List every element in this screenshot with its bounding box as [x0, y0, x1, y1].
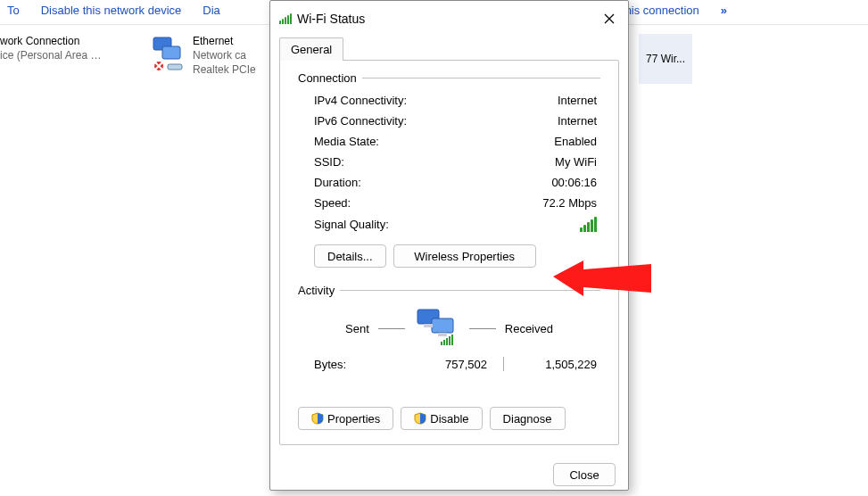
signal-bars-icon: [580, 217, 597, 232]
close-dialog-button[interactable]: Close: [553, 463, 616, 486]
value: 72.2 Mbps: [542, 196, 597, 210]
row-speed: Speed: 72.2 Mbps: [298, 193, 600, 213]
svg-rect-11: [438, 333, 447, 336]
svg-rect-1: [162, 46, 180, 59]
button-label: Properties: [327, 412, 380, 426]
label: Media State:: [314, 135, 379, 148]
row-ipv6: IPv6 Connectivity: Internet: [298, 111, 600, 131]
svg-rect-15: [449, 336, 451, 345]
section-header-activity: Activity: [298, 284, 600, 297]
adapter-wifi-selected[interactable]: 77 Wir...: [639, 34, 692, 84]
divider: [378, 328, 405, 329]
wireless-properties-button[interactable]: Wireless Properties: [393, 244, 536, 268]
diagnose-button[interactable]: Diagnose: [490, 407, 566, 430]
adapter-title: work Connection: [0, 34, 101, 48]
tab-general[interactable]: General: [279, 37, 343, 61]
section-label: Activity: [298, 284, 335, 297]
label: IPv4 Connectivity:: [314, 94, 407, 107]
shield-icon: [311, 412, 324, 425]
label: Duration:: [314, 176, 361, 189]
adapter-sub2: ice (Personal Area …: [0, 48, 101, 62]
dialog-footer: Close: [270, 454, 628, 496]
adapter-bluetooth[interactable]: work Connection ice (Personal Area …: [0, 34, 134, 87]
toolbar-more-icon[interactable]: »: [721, 4, 727, 17]
svg-rect-5: [168, 64, 182, 70]
adapter-sub: Network ca: [193, 48, 256, 62]
shield-icon: [414, 412, 426, 425]
activity-diagram: Sent Received: [298, 302, 600, 353]
label: Speed:: [314, 196, 351, 210]
details-button[interactable]: Details...: [314, 244, 386, 268]
value: My WiFi: [555, 155, 597, 169]
toolbar-item[interactable]: To: [7, 4, 20, 17]
close-icon: [604, 13, 615, 24]
adapter-title: Ethernet: [193, 34, 256, 48]
svg-rect-16: [451, 335, 453, 345]
adapter-sub: 77 Wir...: [646, 53, 685, 65]
divider: [340, 290, 600, 291]
button-label: Disable: [430, 412, 468, 426]
titlebar: Wi-Fi Status: [270, 1, 628, 37]
label: Signal Quality:: [314, 218, 389, 231]
network-adapter-icon: [150, 34, 187, 74]
close-button[interactable]: [594, 8, 624, 29]
row-duration: Duration: 00:06:16: [298, 172, 600, 193]
dialog-title: Wi-Fi Status: [297, 12, 365, 26]
row-bytes: Bytes: 757,502 1,505,229: [298, 353, 600, 371]
wifi-status-dialog: Wi-Fi Status General Connection IPv4 Con…: [269, 0, 629, 491]
label: SSID:: [314, 155, 344, 169]
label: IPv6 Connectivity:: [314, 114, 407, 128]
divider: [503, 357, 504, 371]
bytes-label: Bytes:: [314, 358, 346, 371]
svg-rect-13: [443, 340, 445, 345]
bytes-received-value: 1,505,229: [520, 358, 597, 371]
disable-button[interactable]: Disable: [401, 407, 482, 430]
value: Internet: [558, 94, 597, 107]
divider: [469, 328, 496, 329]
sent-label: Sent: [345, 322, 369, 335]
tabstrip: General: [270, 37, 628, 60]
activity-computers-icon: [414, 308, 460, 350]
value: Internet: [558, 114, 597, 128]
row-media-state: Media State: Enabled: [298, 131, 600, 152]
toolbar-item-disable[interactable]: Disable this network device: [41, 4, 182, 17]
value: Enabled: [554, 135, 597, 148]
toolbar-item-diagnose[interactable]: Dia: [203, 4, 220, 17]
svg-rect-14: [446, 338, 448, 345]
wifi-signal-icon: [279, 13, 292, 24]
svg-rect-10: [424, 324, 433, 327]
section-label: Connection: [298, 71, 357, 85]
svg-rect-9: [432, 318, 453, 333]
row-ipv4: IPv4 Connectivity: Internet: [298, 90, 600, 111]
properties-button[interactable]: Properties: [298, 407, 393, 430]
bytes-sent-value: 757,502: [410, 358, 487, 371]
received-label: Received: [505, 322, 553, 335]
section-header-connection: Connection: [298, 71, 600, 85]
row-ssid: SSID: My WiFi: [298, 152, 600, 172]
svg-rect-12: [441, 342, 442, 345]
divider: [362, 78, 600, 79]
value: 00:06:16: [551, 176, 597, 189]
tab-body: Connection IPv4 Connectivity: Internet I…: [279, 60, 619, 445]
adapter-sub2: Realtek PCIe: [193, 62, 256, 77]
row-signal-quality: Signal Quality:: [298, 213, 600, 236]
